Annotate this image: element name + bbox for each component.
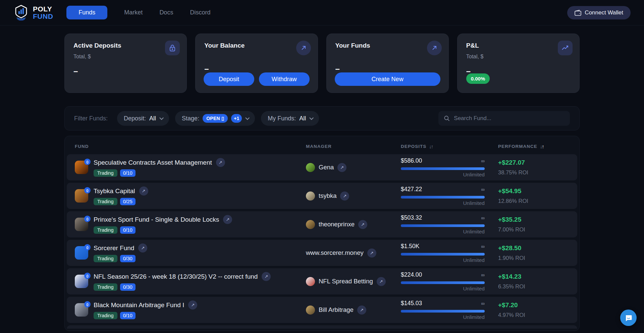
external-link-icon[interactable]: ↗ <box>262 272 271 281</box>
my-funds-filter-value: All <box>299 115 306 122</box>
external-link-icon[interactable]: ↗ <box>139 186 148 196</box>
arrow-up-right-icon[interactable] <box>296 41 311 55</box>
your-funds-card: Your Funds – Create New <box>326 34 449 93</box>
chevron-down-icon <box>245 116 250 120</box>
table-row[interactable]: () Prinxe's Sport Fund - Single & Double… <box>67 211 577 237</box>
table-row[interactable]: () Black Mountain Arbitrage Fund I ↗ Tra… <box>67 297 577 323</box>
search-fund-input[interactable] <box>454 115 565 122</box>
stage-extra-badge: +1 <box>231 114 242 123</box>
active-deposits-value: – <box>73 66 178 76</box>
external-link-icon[interactable]: ↗ <box>357 306 366 315</box>
table-row[interactable]: () Sorcerer Fund ↗ Trading 0/30 www.sorc… <box>67 240 577 266</box>
manager-cell: Gena ↗ <box>306 163 401 172</box>
chevron-down-icon <box>159 116 164 120</box>
deposits-sort-button[interactable]: ↓↑ <box>429 144 433 149</box>
connect-wallet-label: Connect Wallet <box>585 9 623 16</box>
nav-item-market[interactable]: Market <box>124 9 143 16</box>
logo-text-top: POLY <box>33 5 53 12</box>
manager-avatar <box>306 306 315 315</box>
deposit-progress-bar <box>401 224 485 227</box>
manager-cell: www.sorcerer.money ↗ <box>306 248 401 258</box>
external-link-icon[interactable]: ↗ <box>367 248 376 258</box>
deposit-progress-bar <box>401 253 485 256</box>
polymarket-badge-icon: () <box>84 273 91 279</box>
table-row[interactable]: () Speculative Contracts Asset Managemen… <box>67 154 577 180</box>
infinity-icon: ∞ <box>481 272 485 278</box>
infinity-icon: ∞ <box>481 158 485 164</box>
roi-value: 1.90% ROI <box>498 255 569 261</box>
manager-avatar <box>306 191 315 201</box>
fund-cell: () NFL Season 25/26 - week 18 (12/30/25)… <box>75 272 306 291</box>
nav-item-discord[interactable]: Discord <box>190 9 210 16</box>
nav-item-docs[interactable]: Docs <box>159 9 173 16</box>
stage-filter-dropdown[interactable]: Stage: OPEN ▯ +1 <box>175 111 255 126</box>
table-row[interactable]: () NFL Season 25/26 - week 18 (12/30/25)… <box>67 268 577 294</box>
external-link-icon[interactable]: ↗ <box>377 277 386 286</box>
manager-name: NFL Spread Betting <box>319 278 373 285</box>
performance-sort-button[interactable]: ↓↑ <box>540 144 544 149</box>
my-funds-filter-dropdown[interactable]: My Funds: All <box>261 111 319 126</box>
performance-cell: +$227.07 38.75% ROI <box>498 159 569 176</box>
deposit-progress-bar <box>401 281 485 284</box>
deposit-amount: $586.00 <box>401 157 422 164</box>
your-balance-card: Your Balance – Deposit Withdraw <box>195 34 318 93</box>
logo-text-bottom: FUND <box>33 13 53 20</box>
stat-cards: Active Deposits Total, $ – Your Balance … <box>64 34 580 93</box>
your-balance-title: Your Balance <box>204 42 309 49</box>
external-link-icon[interactable]: ↗ <box>188 300 197 310</box>
pnl-percent-badge: 0.00% <box>466 73 490 84</box>
fund-cell: () Prinxe's Sport Fund - Single & Double… <box>75 215 306 234</box>
stage-open-badge: OPEN ▯ <box>203 114 228 123</box>
status-badge: Trading <box>94 198 117 205</box>
deposit-amount: $1.50K <box>401 243 419 250</box>
external-link-icon[interactable]: ↗ <box>223 215 232 224</box>
manager-avatar <box>306 220 315 229</box>
manager-name: Gena <box>319 164 334 171</box>
deposit-button[interactable]: Deposit <box>204 72 254 86</box>
manager-name: www.sorcerer.money <box>306 249 364 257</box>
main-content: Active Deposits Total, $ – Your Balance … <box>64 34 580 331</box>
arrow-up-right-icon[interactable] <box>427 41 442 55</box>
column-header-performance: PERFORMANCE ↓↑ <box>498 144 569 149</box>
nav-item-funds[interactable]: Funds <box>66 6 107 19</box>
deposits-cell: $224.00 ∞ Unlimited <box>401 271 498 292</box>
slots-badge: 0/30 <box>120 283 136 291</box>
external-link-icon[interactable]: ↗ <box>216 158 225 167</box>
external-link-icon[interactable]: ↗ <box>138 243 147 253</box>
deposit-progress-bar <box>401 310 485 313</box>
fund-avatar: () <box>75 275 88 288</box>
deposit-filter-dropdown[interactable]: Deposit: All <box>117 111 169 126</box>
deposit-progress-bar <box>401 167 485 170</box>
chat-launcher-button[interactable] <box>620 310 637 326</box>
deposit-cap-label: Unlimited <box>401 286 485 292</box>
slots-badge: 0/10 <box>120 169 136 177</box>
table-row-partial[interactable] <box>67 325 577 329</box>
fund-name: Black Mountain Arbitrage Fund I <box>94 301 184 309</box>
manager-cell: tsybka ↗ <box>306 191 401 201</box>
manager-name: Bill Arbitrage <box>319 306 354 314</box>
external-link-icon[interactable]: ↗ <box>340 191 349 201</box>
polyfund-logo[interactable]: POLY FUND <box>13 4 53 21</box>
fund-name: Speculative Contracts Asset Management <box>94 159 212 166</box>
external-link-icon[interactable]: ↗ <box>358 220 367 229</box>
table-row[interactable]: () Tsybka Capital ↗ Trading 0/25 tsybka … <box>67 183 577 209</box>
deposit-progress-bar <box>401 196 485 199</box>
infinity-icon: ∞ <box>481 186 485 192</box>
deposit-cap-label: Unlimited <box>401 314 485 320</box>
manager-cell: theoneprinxe ↗ <box>306 220 401 229</box>
slots-badge: 0/10 <box>120 312 136 319</box>
create-new-button[interactable]: Create New <box>335 72 440 86</box>
withdraw-button[interactable]: Withdraw <box>259 72 310 86</box>
your-funds-value: – <box>335 64 440 73</box>
connect-wallet-button[interactable]: Connect Wallet <box>567 6 631 19</box>
fund-avatar: () <box>75 189 88 203</box>
funds-table: FUND MANAGER DEPOSITS ↓↑ PERFORMANCE ↓↑ … <box>64 136 580 331</box>
my-funds-filter-label: My Funds: <box>268 115 296 122</box>
filter-funds-label: Filter Funds: <box>74 115 108 122</box>
performance-cell: +$54.95 12.86% ROI <box>498 187 569 204</box>
deposit-filter-value: All <box>149 115 156 122</box>
slots-badge: 0/25 <box>120 198 136 205</box>
your-funds-title: Your Funds <box>335 42 440 49</box>
external-link-icon[interactable]: ↗ <box>337 163 346 172</box>
roi-value: 6.35% ROI <box>498 283 569 290</box>
